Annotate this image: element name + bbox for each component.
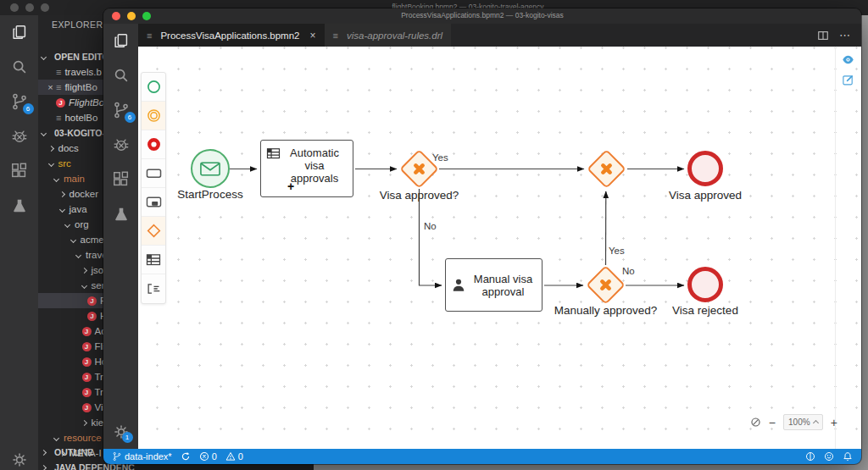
editor-side-tools — [842, 53, 854, 86]
source-control-button[interactable]: 6 — [8, 91, 31, 112]
window-title: ProcessVisaApplications.bpmn2 — 03-kogit… — [103, 11, 861, 19]
open-editor-label: flightBo — [64, 82, 97, 92]
exclusive-gateway-x-icon — [412, 162, 426, 176]
palette-text-annotation[interactable] — [142, 274, 165, 303]
search-button[interactable] — [8, 57, 31, 77]
zoom-level-select[interactable]: 100% — [783, 414, 823, 430]
warnings-status[interactable]: 0 — [225, 451, 243, 462]
tree-item-label: main — [64, 174, 85, 184]
bug-icon — [10, 127, 29, 146]
tree-item-label: docker — [70, 189, 99, 199]
activity-bar: 6 — [0, 15, 38, 470]
test-explorer-button[interactable] — [8, 196, 31, 216]
file-icon: ≡ — [147, 30, 152, 41]
tree-item-label: java — [70, 204, 87, 214]
file-icon: ≡ — [56, 113, 61, 123]
chevron-down-icon — [75, 252, 81, 257]
envelope-icon — [200, 162, 220, 176]
start-event-label: StartProcess — [159, 188, 261, 201]
errors-status[interactable]: 0 — [199, 451, 217, 462]
gear-icon — [11, 451, 28, 468]
source-control-button[interactable]: 6 — [110, 100, 132, 120]
tab-label: ProcessVisaApplications.bpmn2 — [160, 30, 299, 41]
feedback-smiley-icon[interactable] — [824, 451, 834, 462]
search-icon — [10, 58, 29, 76]
java-file-icon: J — [56, 98, 65, 108]
chevron-down-icon — [70, 236, 75, 242]
java-file-icon: J — [82, 388, 92, 397]
warning-icon — [225, 451, 236, 462]
chevron-down-icon — [53, 175, 59, 181]
tab-process-visa-applications[interactable]: ≡ ProcessVisaApplications.bpmn2 × — [138, 24, 325, 47]
end-event-approved-label: Visa approved — [654, 189, 756, 202]
zoom-out-button[interactable]: − — [769, 417, 776, 429]
tree-item-label: resource — [64, 433, 102, 443]
more-actions-icon[interactable]: ⋯ — [839, 29, 851, 41]
errors-count: 0 — [212, 451, 217, 462]
status-bar: data-index* 0 0 — [103, 449, 861, 464]
open-editor-label: FlightBo — [69, 97, 104, 108]
editor-window: ProcessVisaApplications.bpmn2 — 03-kogit… — [103, 8, 861, 464]
chevron-right-icon — [47, 145, 53, 151]
palette-task[interactable] — [142, 159, 165, 188]
tree-item-label: kie — [92, 417, 104, 428]
edge-label-no-right: No — [622, 266, 635, 276]
java-file-icon: J — [87, 296, 97, 306]
debug-button[interactable] — [110, 135, 132, 155]
clear-canvas-icon[interactable] — [750, 417, 761, 428]
search-button[interactable] — [110, 65, 132, 86]
palette-decision-table[interactable] — [142, 246, 165, 274]
palette-gateway[interactable] — [142, 217, 165, 246]
files-icon — [112, 31, 131, 50]
end-event-approved-node[interactable] — [687, 151, 723, 186]
palette-start-event[interactable] — [142, 73, 165, 102]
settings-button[interactable]: 1 — [103, 423, 138, 440]
extensions-button[interactable] — [110, 169, 132, 190]
exclusive-gateway-x-icon — [598, 278, 613, 292]
settings-button[interactable] — [0, 451, 38, 468]
scm-badge: 6 — [125, 112, 136, 123]
bpmn-canvas[interactable]: StartProcess Automatic visa approvals + … — [138, 47, 861, 449]
extensions-button[interactable] — [8, 161, 31, 181]
notifications-bell-icon[interactable] — [843, 451, 853, 462]
tab-bar: ≡ ProcessVisaApplications.bpmn2 × ≡ visa… — [138, 24, 861, 47]
chevron-down-icon — [58, 206, 64, 212]
preview-eye-icon[interactable] — [842, 53, 854, 66]
file-icon: ≡ — [56, 82, 61, 92]
sync-icon[interactable] — [181, 451, 191, 462]
warnings-count: 0 — [238, 451, 243, 462]
chevron-down-icon — [47, 160, 53, 166]
beaker-icon — [112, 205, 131, 224]
palette-end-event[interactable] — [142, 130, 165, 159]
tab-label: visa-approval-rules.drl — [347, 30, 442, 41]
settings-badge: 1 — [122, 432, 133, 443]
edit-pencil-icon[interactable] — [842, 74, 854, 86]
extensions-icon — [10, 162, 29, 180]
chevron-up-icon — [813, 420, 819, 426]
java-file-icon: J — [82, 342, 92, 351]
split-editor-icon[interactable] — [817, 30, 829, 41]
close-icon[interactable]: × — [310, 30, 316, 41]
explorer-button[interactable] — [8, 22, 31, 42]
bug-icon — [112, 135, 131, 154]
manual-task-node[interactable]: Manual visa approval — [445, 258, 542, 312]
files-icon — [10, 23, 29, 41]
java-file-icon: J — [82, 327, 92, 336]
close-icon[interactable]: × — [45, 82, 56, 92]
java-file-icon: J — [82, 403, 92, 412]
chevron-right-icon — [81, 419, 86, 425]
explorer-button[interactable] — [110, 30, 132, 51]
tab-visa-approval-rules[interactable]: ≡ visa-approval-rules.drl — [325, 24, 452, 47]
java-file-icon: J — [82, 373, 92, 382]
editor-mode-icon[interactable] — [805, 451, 815, 462]
end-event-rejected-node[interactable] — [687, 267, 723, 302]
debug-button[interactable] — [8, 126, 31, 147]
git-branch-status[interactable]: data-index* — [112, 451, 172, 462]
java-file-icon: J — [82, 357, 92, 367]
start-event-node[interactable] — [191, 149, 230, 188]
traffic-lights[interactable] — [10, 3, 49, 12]
test-explorer-button[interactable] — [110, 204, 132, 224]
palette-intermediate-event[interactable] — [142, 102, 165, 130]
auto-task-node[interactable]: Automatic visa approvals + — [260, 140, 353, 197]
zoom-in-button[interactable]: + — [831, 417, 837, 429]
